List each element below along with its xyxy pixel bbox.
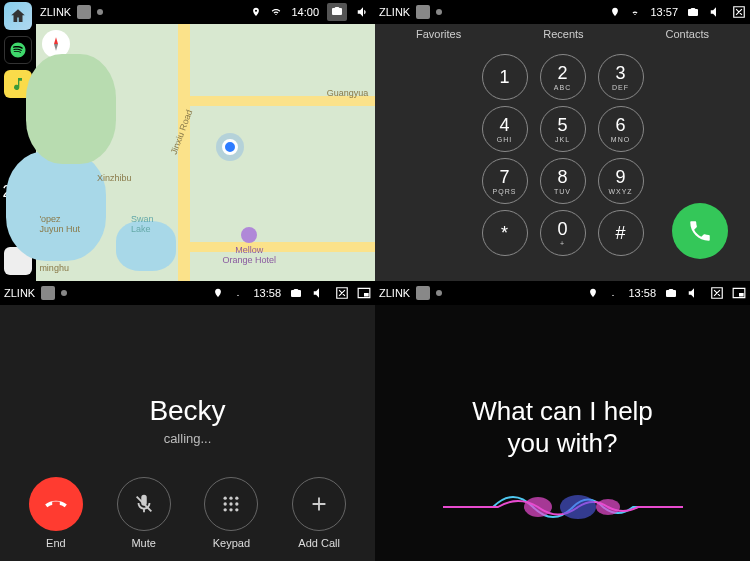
svg-point-0	[224, 497, 227, 500]
svg-point-4	[230, 502, 233, 505]
status-bar: ZLINK 14:00	[36, 0, 375, 24]
map-view[interactable]: Jinxiu Road Xinzhibu 'opez Juyun Hut Swa…	[36, 24, 375, 281]
dialpad-key-8[interactable]: 8TUV	[540, 158, 586, 204]
siri-prompt: What can I help you with?	[375, 395, 750, 460]
call-status: calling...	[0, 431, 375, 446]
app-name-label: ZLINK	[40, 6, 71, 18]
dialpad-key-6[interactable]: 6MNO	[598, 106, 644, 152]
dialpad-key-3[interactable]: 3DEF	[598, 54, 644, 100]
dialpad-key-7[interactable]: 7PQRS	[482, 158, 528, 204]
location-icon	[251, 5, 261, 19]
svg-point-9	[524, 497, 552, 517]
pip-icon[interactable]	[357, 286, 371, 300]
camera-icon[interactable]	[686, 6, 700, 18]
plus-icon	[308, 493, 330, 515]
dialer-screen: ZLINK 13:57 Favorites Recents Contacts 1…	[375, 0, 750, 281]
keypad-button[interactable]: Keypad	[204, 477, 258, 549]
camera-icon[interactable]	[289, 287, 303, 299]
mute-button[interactable]: Mute	[117, 477, 171, 549]
app-indicator-icon	[416, 286, 430, 300]
svg-point-10	[560, 495, 596, 519]
app-indicator-icon	[416, 5, 430, 19]
keypad-icon	[221, 494, 241, 514]
volume-icon[interactable]	[686, 286, 702, 300]
wifi-icon	[269, 6, 283, 18]
area-label: Xinzhibu	[97, 173, 132, 183]
svg-point-5	[236, 502, 239, 505]
close-box-icon[interactable]	[710, 286, 724, 300]
status-bar: ZLINK 13:58	[0, 281, 375, 305]
tab-contacts[interactable]: Contacts	[666, 28, 709, 40]
app-name-label: ZLINK	[4, 287, 35, 299]
dialpad-key-2[interactable]: 2ABC	[540, 54, 586, 100]
tab-favorites[interactable]: Favorites	[416, 28, 461, 40]
app-indicator-icon	[41, 286, 55, 300]
camera-icon[interactable]	[664, 287, 678, 299]
area-label: minghu	[39, 263, 69, 273]
dialpad-key-#[interactable]: #	[598, 210, 644, 256]
dialpad-key-4[interactable]: 4GHI	[482, 106, 528, 152]
wifi-icon	[606, 287, 620, 299]
location-icon	[588, 286, 598, 300]
wifi-icon	[628, 6, 642, 18]
map-screen: 2:00 ZLINK 14:00	[0, 0, 375, 281]
svg-point-2	[236, 497, 239, 500]
dialpad-key-5[interactable]: 5JKL	[540, 106, 586, 152]
area-label: Guangyua	[327, 88, 369, 98]
home-app-icon[interactable]	[4, 2, 32, 30]
status-time: 13:57	[650, 6, 678, 18]
status-dot-icon	[97, 9, 103, 15]
close-box-icon[interactable]	[335, 286, 349, 300]
svg-point-1	[230, 497, 233, 500]
location-icon	[610, 5, 620, 19]
dialpad-key-0[interactable]: 0+	[540, 210, 586, 256]
status-bar: ZLINK 13:57	[375, 0, 750, 24]
call-controls: End Mute Keypad Add Call	[0, 477, 375, 549]
status-dot-icon	[61, 290, 67, 296]
close-box-icon[interactable]	[732, 5, 746, 19]
svg-point-11	[596, 499, 620, 515]
lake-label: Swan Lake	[131, 214, 154, 234]
contact-name: Becky	[0, 395, 375, 427]
volume-icon[interactable]	[311, 286, 327, 300]
pip-icon[interactable]	[732, 286, 746, 300]
status-time: 13:58	[253, 287, 281, 299]
siri-waveform-icon	[443, 487, 683, 527]
siri-screen: ZLINK 13:58 What can I help you with?	[375, 281, 750, 562]
calling-screen: ZLINK 13:58 Becky calling... End Mute K	[0, 281, 375, 562]
hotel-poi[interactable]: Mellow Orange Hotel	[222, 227, 276, 265]
add-call-button[interactable]: Add Call	[292, 477, 346, 549]
wifi-icon	[231, 287, 245, 299]
app-name-label: ZLINK	[379, 287, 410, 299]
app-indicator-icon	[77, 5, 91, 19]
volume-icon[interactable]	[708, 5, 724, 19]
svg-point-7	[230, 508, 233, 511]
mute-icon	[133, 493, 155, 515]
status-bar: ZLINK 13:58	[375, 281, 750, 305]
status-time: 14:00	[291, 6, 319, 18]
end-call-button[interactable]: End	[29, 477, 83, 549]
volume-icon[interactable]	[355, 5, 371, 19]
status-time: 13:58	[628, 287, 656, 299]
carplay-app-icon[interactable]	[4, 36, 32, 64]
svg-point-8	[236, 508, 239, 511]
dialpad-key-9[interactable]: 9WXYZ	[598, 158, 644, 204]
tab-recents[interactable]: Recents	[543, 28, 583, 40]
location-icon	[213, 286, 223, 300]
contact-info: Becky calling...	[0, 395, 375, 446]
svg-point-3	[224, 502, 227, 505]
phone-down-icon	[43, 491, 69, 517]
camera-icon[interactable]	[327, 3, 347, 21]
current-location-icon	[222, 139, 238, 155]
dialpad-key-1[interactable]: 1	[482, 54, 528, 100]
svg-point-6	[224, 508, 227, 511]
status-dot-icon	[436, 290, 442, 296]
dialpad-key-*[interactable]: *	[482, 210, 528, 256]
phone-tabs: Favorites Recents Contacts	[375, 24, 750, 48]
call-button[interactable]	[672, 203, 728, 259]
app-name-label: ZLINK	[379, 6, 410, 18]
status-dot-icon	[436, 9, 442, 15]
area-label: 'opez Juyun Hut	[39, 214, 80, 234]
